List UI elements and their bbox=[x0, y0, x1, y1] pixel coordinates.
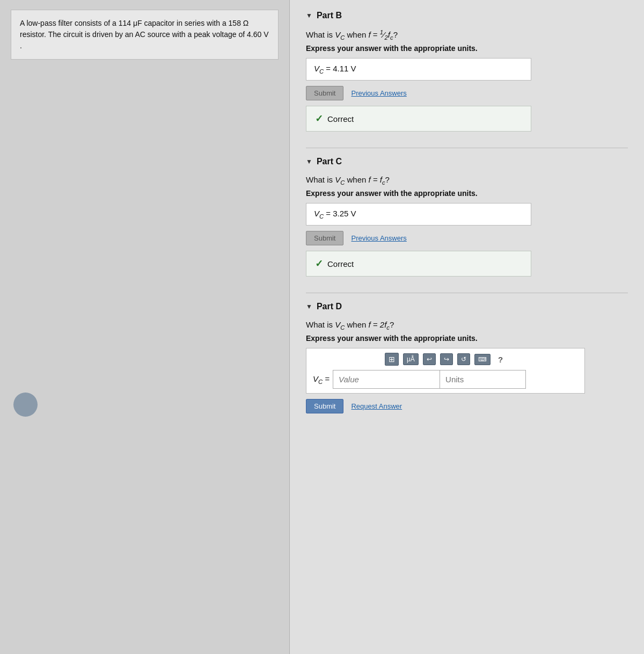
toolbar-keyboard-button[interactable]: ⌨ bbox=[474, 354, 491, 365]
toolbar-units-button[interactable]: μÅ bbox=[403, 353, 419, 365]
keyboard-icon: ⌨ bbox=[478, 356, 487, 363]
toolbar-refresh-button[interactable]: ↺ bbox=[457, 353, 470, 365]
part-c-check-icon: ✓ bbox=[315, 258, 323, 270]
units-icon: μÅ bbox=[407, 355, 415, 363]
part-c-correct-label: Correct bbox=[327, 259, 354, 268]
part-d-section: ▼ Part D What is VC when f = 2fc? Expres… bbox=[306, 302, 628, 413]
part-d-header: ▼ Part D bbox=[306, 302, 628, 311]
part-c-prev-answers-link[interactable]: Previous Answers bbox=[351, 234, 406, 242]
left-panel: A low-pass filter consists of a 114 μF c… bbox=[0, 0, 290, 654]
part-d-input-fields: VC = bbox=[313, 370, 578, 389]
part-b-check-icon: ✓ bbox=[315, 113, 323, 125]
part-d-toolbar: ⊞ μÅ ↩ ↪ ↺ ⌨ ? bbox=[313, 353, 578, 366]
divider-bc bbox=[306, 148, 628, 148]
part-b-answer-box: VC = 4.11 V bbox=[306, 58, 531, 81]
part-c-submit-button[interactable]: Submit bbox=[306, 231, 343, 245]
part-d-chevron[interactable]: ▼ bbox=[306, 303, 312, 310]
right-panel: ▼ Part B What is VC when f = 1⁄2fc? Expr… bbox=[290, 0, 644, 654]
part-b-title: Part B bbox=[317, 11, 342, 20]
part-d-submit-row: Submit Request Answer bbox=[306, 399, 628, 413]
part-b-prev-answers-link[interactable]: Previous Answers bbox=[351, 89, 406, 97]
part-d-units-input[interactable] bbox=[440, 370, 526, 389]
toolbar-back-button[interactable]: ↩ bbox=[423, 353, 436, 365]
back-icon: ↩ bbox=[427, 355, 432, 363]
help-icon: ? bbox=[498, 355, 503, 364]
refresh-icon: ↺ bbox=[461, 355, 466, 363]
part-b-submit-row: Submit Previous Answers bbox=[306, 86, 628, 100]
matrix-icon: ⊞ bbox=[389, 355, 395, 364]
part-b-correct-box: ✓ Correct bbox=[306, 106, 531, 132]
part-c-title: Part C bbox=[317, 157, 342, 166]
part-c-chevron[interactable]: ▼ bbox=[306, 158, 312, 165]
part-b-question: What is VC when f = 1⁄2fc? bbox=[306, 29, 628, 41]
part-b-correct-label: Correct bbox=[327, 114, 354, 123]
part-d-instruction: Express your answer with the appropriate… bbox=[306, 334, 628, 343]
part-b-submit-button[interactable]: Submit bbox=[306, 86, 343, 100]
part-d-value-input[interactable] bbox=[333, 370, 440, 389]
part-b-chevron[interactable]: ▼ bbox=[306, 12, 312, 19]
toolbar-matrix-button[interactable]: ⊞ bbox=[385, 353, 399, 366]
forward-icon: ↪ bbox=[444, 355, 449, 363]
part-c-submit-row: Submit Previous Answers bbox=[306, 231, 628, 245]
part-d-input-area: ⊞ μÅ ↩ ↪ ↺ ⌨ ? bbox=[306, 348, 585, 394]
part-c-instruction: Express your answer with the appropriate… bbox=[306, 189, 628, 198]
decorative-circle bbox=[13, 393, 38, 417]
part-d-title: Part D bbox=[317, 302, 342, 311]
toolbar-help-button[interactable]: ? bbox=[495, 353, 506, 366]
part-c-header: ▼ Part C bbox=[306, 157, 628, 166]
part-d-submit-button[interactable]: Submit bbox=[306, 399, 343, 413]
divider-cd bbox=[306, 293, 628, 293]
problem-statement: A low-pass filter consists of a 114 μF c… bbox=[11, 10, 279, 60]
part-c-answer-box: VC = 3.25 V bbox=[306, 203, 531, 226]
toolbar-forward-button[interactable]: ↪ bbox=[440, 353, 453, 365]
part-c-question: What is VC when f = fc? bbox=[306, 175, 628, 186]
part-c-correct-box: ✓ Correct bbox=[306, 251, 531, 277]
part-d-request-answer-link[interactable]: Request Answer bbox=[351, 402, 402, 410]
part-b-header: ▼ Part B bbox=[306, 11, 628, 20]
part-c-section: ▼ Part C What is VC when f = fc? Express… bbox=[306, 157, 628, 277]
part-d-vc-label: VC = bbox=[313, 374, 330, 385]
part-b-section: ▼ Part B What is VC when f = 1⁄2fc? Expr… bbox=[306, 11, 628, 132]
part-b-instruction: Express your answer with the appropriate… bbox=[306, 44, 628, 53]
part-d-question: What is VC when f = 2fc? bbox=[306, 320, 628, 331]
